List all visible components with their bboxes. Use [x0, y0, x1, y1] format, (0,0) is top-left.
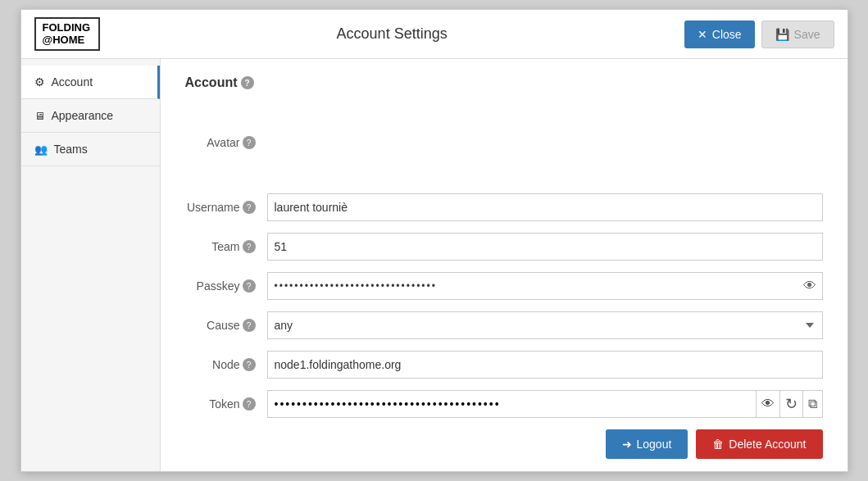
passkey-row: Passkey ? 👁	[185, 272, 823, 300]
sidebar-item-teams-label: Teams	[54, 143, 88, 156]
modal-header: FOLDING @HOME Account Settings ✕ Close 💾…	[21, 10, 848, 59]
monitor-icon: 🖥	[34, 110, 45, 122]
header-buttons: ✕ Close 💾 Save	[684, 20, 834, 48]
sidebar: Account 🖥 Appearance 👥 Teams	[21, 59, 161, 471]
logo-line2: @HOME	[43, 34, 92, 46]
teams-icon: 👥	[34, 143, 48, 156]
delete-label: Delete Account	[729, 438, 806, 451]
avatar-help-icon[interactable]: ?	[243, 136, 256, 149]
username-row: Username ?	[185, 193, 823, 221]
logo-line1: FOLDING	[43, 22, 92, 34]
token-label: Token ?	[185, 397, 267, 411]
token-refresh-icon[interactable]: ↻	[779, 391, 802, 417]
token-toggle-icon[interactable]: 👁	[756, 391, 779, 417]
username-label: Username ?	[185, 201, 267, 214]
close-x-icon: ✕	[698, 28, 707, 41]
cause-help-icon[interactable]: ?	[243, 319, 256, 332]
team-label: Team ?	[185, 240, 267, 253]
close-button[interactable]: ✕ Close	[684, 20, 755, 48]
avatar-row: Avatar ?	[185, 103, 823, 182]
node-input[interactable]	[267, 351, 823, 379]
gear-icon	[34, 75, 45, 88]
cause-label: Cause ?	[185, 319, 267, 332]
footer-buttons: ➜ Logout 🗑 Delete Account	[185, 429, 823, 462]
section-title: Account ?	[185, 75, 823, 90]
token-input-group: 👁 ↻ ⧉	[267, 390, 823, 418]
modal-container: FOLDING @HOME Account Settings ✕ Close 💾…	[20, 9, 848, 472]
team-help-icon[interactable]: ?	[243, 240, 256, 253]
team-row: Team ?	[185, 233, 823, 261]
sidebar-item-account[interactable]: Account	[21, 66, 160, 99]
cause-row: Cause ? any alzheimers cancer covid hunt…	[185, 311, 823, 339]
token-row: Token ? 👁 ↻ ⧉	[185, 390, 823, 418]
sidebar-item-teams[interactable]: 👥 Teams	[21, 133, 160, 166]
passkey-label: Passkey ?	[185, 279, 267, 293]
token-copy-icon[interactable]: ⧉	[802, 391, 822, 417]
section-help-icon[interactable]: ?	[241, 76, 254, 89]
passkey-input-group: 👁	[267, 272, 823, 300]
sidebar-item-appearance[interactable]: 🖥 Appearance	[21, 99, 160, 133]
modal-title: Account Settings	[100, 25, 684, 43]
passkey-input[interactable]	[267, 272, 823, 300]
logout-label: Logout	[637, 438, 672, 451]
delete-account-button[interactable]: 🗑 Delete Account	[696, 429, 822, 459]
save-button[interactable]: 💾 Save	[761, 20, 834, 48]
passkey-help-icon[interactable]: ?	[243, 279, 256, 293]
token-help-icon[interactable]: ?	[243, 397, 256, 411]
username-help-icon[interactable]: ?	[243, 201, 256, 214]
app-logo: FOLDING @HOME	[34, 17, 100, 51]
username-input[interactable]	[267, 193, 823, 221]
node-help-icon[interactable]: ?	[243, 358, 256, 371]
passkey-toggle-icon[interactable]: 👁	[802, 277, 818, 295]
close-label: Close	[712, 28, 742, 41]
trash-icon: 🗑	[712, 438, 724, 451]
save-disk-icon: 💾	[775, 28, 789, 41]
node-label: Node ?	[185, 358, 267, 371]
logout-arrow-icon: ➜	[622, 438, 632, 451]
sidebar-item-appearance-label: Appearance	[52, 109, 114, 122]
sidebar-item-account-label: Account	[52, 75, 93, 88]
token-input[interactable]	[268, 391, 756, 417]
content-area: Account ? Avatar ? Username ?	[161, 59, 848, 471]
team-input[interactable]	[267, 233, 823, 261]
modal-body: Account 🖥 Appearance 👥 Teams Account ? A…	[21, 59, 848, 471]
save-label: Save	[794, 28, 820, 41]
cause-select[interactable]: any alzheimers cancer covid huntingtons …	[267, 311, 823, 339]
node-row: Node ?	[185, 351, 823, 379]
logout-button[interactable]: ➜ Logout	[606, 429, 688, 459]
avatar-label: Avatar ?	[185, 136, 267, 149]
